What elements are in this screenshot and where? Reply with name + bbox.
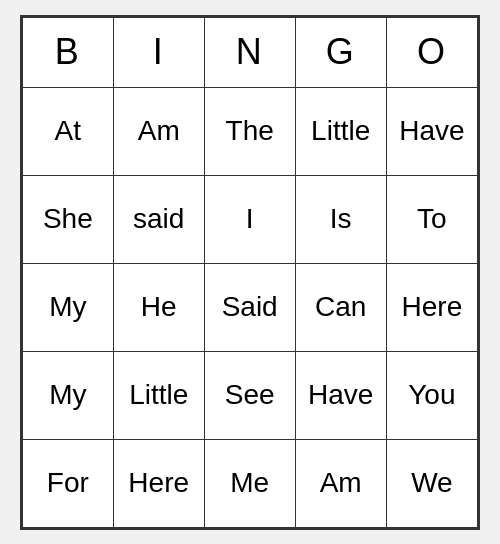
table-cell: For [23,439,114,527]
table-cell: I [204,175,295,263]
table-cell: said [113,175,204,263]
table-cell: She [23,175,114,263]
header-o: O [386,17,477,87]
table-cell: Am [295,439,386,527]
table-cell: See [204,351,295,439]
header-b: B [23,17,114,87]
header-n: N [204,17,295,87]
header-g: G [295,17,386,87]
table-cell: At [23,87,114,175]
table-cell: He [113,263,204,351]
header-row: B I N G O [23,17,478,87]
table-cell: The [204,87,295,175]
table-cell: Little [295,87,386,175]
table-cell: We [386,439,477,527]
table-cell: Have [295,351,386,439]
table-cell: Little [113,351,204,439]
table-row: MyLittleSeeHaveYou [23,351,478,439]
table-cell: My [23,263,114,351]
table-cell: Have [386,87,477,175]
bingo-card: B I N G O AtAmTheLittleHaveShesaidIIsToM… [20,15,480,530]
table-cell: To [386,175,477,263]
table-cell: Is [295,175,386,263]
table-cell: Here [386,263,477,351]
table-cell: Me [204,439,295,527]
table-cell: Can [295,263,386,351]
table-cell: You [386,351,477,439]
header-i: I [113,17,204,87]
table-cell: My [23,351,114,439]
table-row: MyHeSaidCanHere [23,263,478,351]
table-row: ShesaidIIsTo [23,175,478,263]
table-cell: Said [204,263,295,351]
table-cell: Am [113,87,204,175]
table-row: ForHereMeAmWe [23,439,478,527]
bingo-table: B I N G O AtAmTheLittleHaveShesaidIIsToM… [22,17,478,528]
table-row: AtAmTheLittleHave [23,87,478,175]
table-cell: Here [113,439,204,527]
